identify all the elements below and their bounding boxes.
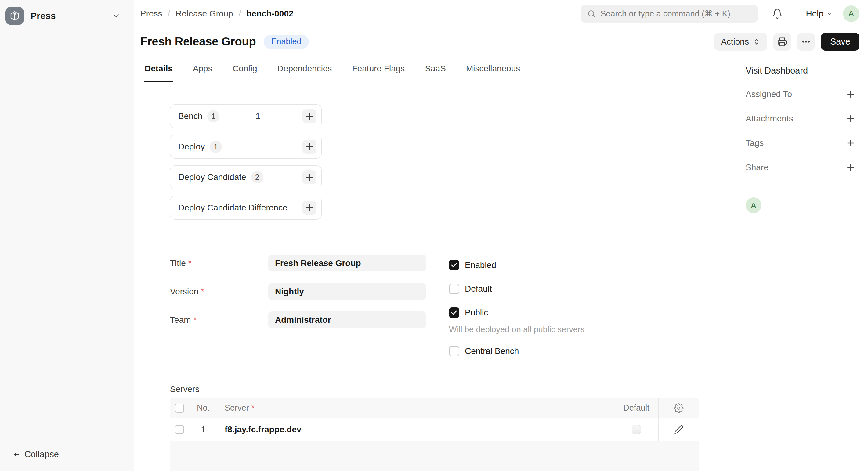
collapse-icon — [11, 450, 20, 459]
public-field-description: Will be deployed on all public servers — [449, 325, 585, 334]
breadcrumb-release-group[interactable]: Release Group — [176, 9, 233, 19]
link-card-bench[interactable]: Bench 1 1 — [170, 104, 322, 128]
checkbox-row-enabled: Enabled — [449, 260, 585, 270]
link-label: Deploy Candidate — [178, 172, 246, 182]
central-bench-checkbox[interactable] — [449, 346, 459, 356]
servers-section: Servers No. Server* Default — [134, 370, 733, 471]
add-assignment-button[interactable] — [845, 89, 856, 99]
tab-miscellaneous[interactable]: Miscellaneous — [465, 56, 521, 82]
servers-table-header: No. Server* Default — [170, 398, 699, 418]
viewer-avatar: A — [746, 197, 762, 213]
required-marker: * — [188, 258, 192, 268]
tab-config[interactable]: Config — [232, 56, 258, 82]
link-label: Deploy — [178, 142, 205, 152]
servers-table: No. Server* Default — [170, 398, 699, 471]
server-table-row: 1 f8.jay.fc.frappe.dev — [170, 418, 699, 441]
visit-dashboard-link[interactable]: Visit Dashboard — [746, 65, 856, 76]
attachments-row: Attachments — [746, 113, 856, 124]
breadcrumb-press[interactable]: Press — [141, 9, 162, 19]
link-label: Deploy Candidate Difference — [178, 203, 287, 213]
assigned-to-row: Assigned To — [746, 89, 856, 99]
header-cell-select — [170, 398, 189, 417]
checkbox-row-central-bench: Central Bench — [449, 346, 585, 356]
tab-panel-details: Bench 1 1 Deploy 1 — [134, 82, 733, 471]
document-body: Details Apps Config Dependencies Feature… — [134, 56, 868, 471]
row-cell-select — [170, 418, 189, 441]
row-default-checkbox[interactable] — [632, 425, 641, 434]
plus-icon — [845, 138, 856, 148]
details-form: Title* Fresh Release Group Version* Nigh… — [134, 242, 733, 370]
add-share-button[interactable] — [845, 162, 856, 173]
print-button[interactable] — [773, 33, 791, 51]
search-input[interactable]: Search or type a command (⌘ + K) — [581, 5, 758, 23]
chevron-down-icon — [112, 11, 121, 20]
add-attachment-button[interactable] — [845, 113, 856, 124]
app-switcher[interactable]: Press — [0, 0, 134, 25]
link-card-deploy-candidate-difference[interactable]: Deploy Candidate Difference — [170, 196, 322, 220]
grid-settings-button[interactable] — [674, 403, 684, 413]
link-label: Bench — [178, 111, 203, 121]
more-options-button[interactable] — [797, 33, 815, 51]
tab-details[interactable]: Details — [144, 56, 173, 82]
save-button[interactable]: Save — [821, 33, 860, 51]
tab-bar: Details Apps Config Dependencies Feature… — [134, 56, 733, 82]
row-cell-server[interactable]: f8.jay.fc.frappe.dev — [218, 418, 614, 441]
select-all-checkbox[interactable] — [175, 404, 184, 413]
document-side-panel: Visit Dashboard Assigned To Attachments … — [733, 56, 868, 471]
notification-bell-icon[interactable] — [772, 8, 783, 19]
team-input[interactable]: Administrator — [268, 311, 426, 328]
chevron-up-down-icon — [753, 38, 761, 46]
add-deploy-candidate-difference-button[interactable] — [303, 201, 316, 215]
add-bench-button[interactable] — [303, 109, 316, 123]
plus-icon — [845, 162, 856, 173]
ellipsis-icon — [801, 37, 811, 47]
share-label: Share — [746, 163, 769, 172]
plus-icon — [304, 141, 315, 152]
actions-dropdown-button[interactable]: Actions — [714, 33, 767, 51]
field-label: Version* — [170, 287, 268, 297]
share-row: Share — [746, 162, 856, 173]
required-marker: * — [193, 315, 196, 325]
link-card-deploy[interactable]: Deploy 1 — [170, 135, 322, 159]
checkbox-label: Central Bench — [465, 346, 519, 356]
checkbox-label: Public — [465, 308, 488, 317]
user-avatar[interactable]: A — [843, 5, 860, 22]
topbar-right: Search or type a command (⌘ + K) Help A — [581, 5, 860, 23]
version-input[interactable]: Nightly — [268, 283, 426, 300]
app-window: Press Collapse Press / Release Group / b… — [0, 0, 868, 471]
link-card-deploy-candidate[interactable]: Deploy Candidate 2 — [170, 165, 322, 189]
row-cell-no: 1 — [189, 418, 218, 441]
form-checkbox-column: Enabled Default — [449, 255, 585, 370]
top-bar: Press / Release Group / bench-0002 Searc… — [134, 0, 868, 28]
checkbox-row-public: Public — [449, 307, 585, 318]
enabled-checkbox[interactable] — [449, 260, 459, 270]
tab-dependencies[interactable]: Dependencies — [277, 56, 333, 82]
help-menu[interactable]: Help — [806, 9, 833, 19]
tab-apps[interactable]: Apps — [192, 56, 213, 82]
field-title: Title* Fresh Release Group — [170, 255, 426, 271]
add-tag-button[interactable] — [845, 138, 856, 148]
add-deploy-button[interactable] — [303, 140, 316, 154]
tab-feature-flags[interactable]: Feature Flags — [351, 56, 406, 82]
link-count-badge: 1 — [207, 110, 219, 122]
assigned-to-label: Assigned To — [746, 89, 792, 99]
title-input[interactable]: Fresh Release Group — [268, 255, 426, 271]
public-checkbox[interactable] — [449, 307, 459, 318]
add-deploy-candidate-button[interactable] — [303, 170, 316, 184]
app-sidebar: Press Collapse — [0, 0, 134, 471]
header-cell-default: Default — [614, 398, 658, 417]
edit-row-button[interactable] — [674, 425, 684, 434]
collapse-sidebar-button[interactable]: Collapse — [0, 449, 134, 471]
header-cell-settings — [658, 398, 699, 417]
plus-icon — [845, 113, 856, 124]
field-team: Team* Administrator — [170, 311, 426, 328]
collapse-label: Collapse — [24, 449, 59, 460]
row-select-checkbox[interactable] — [175, 425, 184, 434]
plus-icon — [304, 172, 315, 182]
row-cell-default — [614, 418, 658, 441]
search-icon — [587, 9, 596, 18]
default-checkbox[interactable] — [449, 284, 459, 294]
tab-saas[interactable]: SaaS — [424, 56, 446, 82]
header-actions: Actions Save — [714, 33, 860, 51]
main-area: Press / Release Group / bench-0002 Searc… — [134, 0, 868, 471]
